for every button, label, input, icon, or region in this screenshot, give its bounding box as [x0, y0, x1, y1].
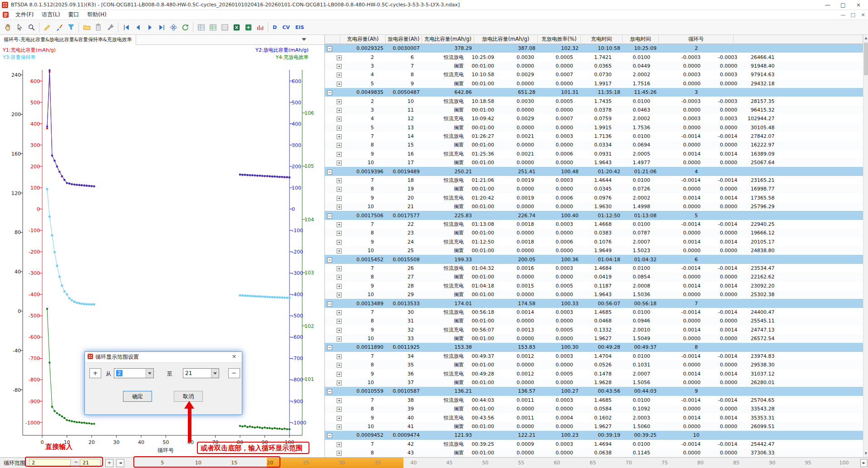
step-detail-row[interactable]: +827搁置00:01:000.00000.00000.04190.08540.…: [325, 273, 863, 281]
step-detail-row[interactable]: +59搁置00:01:000.00000.00001.99171.75160.0…: [325, 79, 863, 88]
collapse-icon[interactable]: −: [327, 302, 332, 307]
cycle-summary-row[interactable]: −0.00293250.0030007378.29387.08102.3210:…: [325, 44, 863, 53]
step-detail-row[interactable]: +513搁置00:01:000.00000.00001.99151.75360.…: [325, 123, 863, 132]
expand-icon[interactable]: +: [337, 249, 342, 253]
expand-icon[interactable]: +: [337, 380, 342, 385]
cycle-summary-row[interactable]: −0.00134890.0013533174.01174.58100.3300:…: [325, 299, 863, 307]
cycle-summary-row[interactable]: −0.00105590.0010587136.21136.57100.2700:…: [325, 387, 863, 395]
export-excel-icon[interactable]: [230, 21, 242, 33]
expand-icon[interactable]: +: [337, 336, 342, 341]
expand-icon[interactable]: +: [337, 178, 342, 183]
data-list-plain-icon[interactable]: [219, 21, 230, 33]
expand-icon[interactable]: +: [337, 319, 342, 324]
expand-icon[interactable]: +: [337, 231, 342, 236]
minimize-icon[interactable]: —: [820, 2, 835, 8]
step-detail-row[interactable]: +37搁置00:01:000.00000.00000.03650.04490.0…: [325, 62, 863, 70]
maximize-icon[interactable]: □: [835, 2, 851, 8]
expand-icon[interactable]: +: [337, 354, 342, 359]
expand-icon[interactable]: +: [337, 108, 342, 113]
dialog-title-bar[interactable]: 循环显示范围设置 ×: [85, 352, 242, 363]
column-header-4[interactable]: 充放电效率(%): [538, 35, 581, 44]
close-icon[interactable]: ×: [851, 2, 866, 8]
from-cycle-combobox[interactable]: 2: [114, 368, 154, 378]
first-page-icon[interactable]: [120, 21, 132, 33]
step-detail-row[interactable]: +936恒流充电00:49:280.00120.00050.14782.0007…: [325, 369, 863, 378]
expand-icon[interactable]: +: [337, 73, 342, 78]
prev-page-icon[interactable]: [132, 21, 144, 33]
expand-icon[interactable]: +: [337, 126, 342, 131]
expand-icon[interactable]: +: [337, 82, 342, 87]
menu-item-2[interactable]: 窗口: [64, 10, 83, 19]
data-list-icon[interactable]: [195, 21, 207, 33]
mdi-minimize-icon[interactable]: —: [838, 12, 848, 18]
menu-item-1[interactable]: 语言(L): [38, 10, 64, 19]
step-detail-row[interactable]: +928恒流充电01:04:180.00150.00050.11872.0008…: [325, 282, 863, 290]
expand-icon[interactable]: +: [337, 187, 342, 192]
step-detail-row[interactable]: +734恒流放电00:49:370.00120.00031.47040.0100…: [325, 352, 863, 361]
step-detail-row[interactable]: +1017搁置00:01:000.00000.00001.96431.49770…: [325, 158, 863, 167]
collapse-icon[interactable]: −: [327, 214, 332, 219]
expand-icon[interactable]: +: [337, 372, 342, 377]
step-detail-row[interactable]: +1029搁置00:01:000.00000.00001.96431.50360…: [325, 290, 863, 299]
expand-icon[interactable]: +: [337, 205, 342, 210]
step-detail-row[interactable]: +835搁置00:01:000.00000.00000.05260.10310.…: [325, 361, 863, 369]
expand-icon[interactable]: +: [337, 442, 342, 447]
collapse-icon[interactable]: −: [327, 389, 332, 394]
column-header-2[interactable]: 充电比容量(mAh/g): [422, 35, 474, 44]
step-detail-row[interactable]: +311搁置00:01:000.00000.00000.03780.04630.…: [325, 106, 863, 114]
cycle-summary-row[interactable]: −0.00175060.0017577225.83226.74100.4001:…: [325, 211, 863, 219]
step-detail-row[interactable]: +916恒流充电01:25:360.00210.00060.09312.0005…: [325, 150, 863, 158]
mdi-close-icon[interactable]: ×: [858, 12, 868, 18]
settings-wrench-icon[interactable]: [104, 21, 116, 33]
step-detail-row[interactable]: +210恒流放电10:18:580.00300.00051.74350.0100…: [325, 97, 863, 105]
label-eis-button[interactable]: EIS: [293, 21, 307, 33]
next-page-icon[interactable]: [144, 21, 156, 33]
scroll-down-icon[interactable]: ▼: [863, 450, 868, 457]
step-detail-row[interactable]: +1041搁置00:01:000.00000.00001.96271.50600…: [325, 422, 863, 431]
expand-icon[interactable]: +: [337, 398, 342, 403]
column-header-3[interactable]: 放电比容量(mAh/g): [474, 35, 538, 44]
column-header-5[interactable]: 充电时间: [581, 35, 623, 44]
cycle-summary-row[interactable]: −0.00118900.0011925153.38153.83100.3000:…: [325, 343, 863, 351]
cancel-button[interactable]: 取消: [174, 391, 203, 402]
expand-icon[interactable]: +: [337, 134, 342, 139]
filter-icon[interactable]: [65, 21, 77, 33]
atom-icon[interactable]: [167, 21, 179, 33]
expand-icon[interactable]: +: [337, 240, 342, 245]
pointer-icon[interactable]: [14, 21, 25, 33]
mdi-restore-icon[interactable]: □: [848, 12, 858, 18]
paste-icon[interactable]: [93, 21, 104, 33]
column-header-7[interactable]: 循环号: [659, 35, 734, 44]
expand-icon[interactable]: +: [337, 161, 342, 166]
step-detail-row[interactable]: +823搁置00:01:000.00000.00000.03830.07870.…: [325, 229, 863, 237]
collapse-icon[interactable]: −: [327, 170, 332, 175]
last-page-icon[interactable]: [156, 21, 167, 33]
expand-icon[interactable]: +: [337, 152, 342, 157]
expand-icon[interactable]: +: [337, 451, 342, 456]
range-increase-button[interactable]: +: [89, 368, 101, 378]
step-detail-row[interactable]: +831搁置00:01:000.00000.00000.04680.09460.…: [325, 317, 863, 325]
expand-icon[interactable]: +: [337, 407, 342, 412]
expand-icon[interactable]: +: [337, 424, 342, 429]
scroll-up-icon[interactable]: ▲: [863, 35, 868, 42]
step-detail-row[interactable]: +1037搁置00:01:000.00000.00001.96281.50560…: [325, 378, 863, 387]
step-detail-row[interactable]: +843搁置00:01:000.00000.00000.06380.11450.…: [325, 448, 863, 457]
open-folder-icon[interactable]: [81, 21, 93, 33]
collapse-icon[interactable]: −: [327, 345, 332, 350]
cycle-summary-row[interactable]: −0.00154520.0015508199.33200.05100.3601:…: [325, 255, 863, 263]
step-detail-row[interactable]: +815搁置00:01:000.00000.00000.03340.06940.…: [325, 141, 863, 149]
step-detail-row[interactable]: +730恒流放电00:56:180.00140.00031.46850.0100…: [325, 308, 863, 317]
collapse-icon[interactable]: −: [327, 90, 332, 95]
cycle-summary-row[interactable]: −0.00498350.0050487642.86651.28101.3111:…: [325, 88, 863, 97]
step-detail-row[interactable]: +412恒流充电10:09:420.00290.00070.07592.0002…: [325, 114, 863, 123]
expand-icon[interactable]: +: [337, 310, 342, 315]
menu-item-0[interactable]: 文件(F): [11, 10, 38, 19]
chevron-down-icon[interactable]: [146, 369, 153, 378]
statistics-icon[interactable]: [254, 21, 266, 33]
column-header-1[interactable]: 放电容量(Ah): [386, 35, 422, 44]
chevron-down-icon[interactable]: [302, 38, 306, 41]
ok-button[interactable]: 确定: [123, 391, 152, 402]
pen-icon[interactable]: [41, 21, 53, 33]
step-detail-row[interactable]: +1021搁置00:01:000.00000.00001.96301.49980…: [325, 202, 863, 211]
scroll-left-icon[interactable]: ◄: [116, 459, 124, 467]
